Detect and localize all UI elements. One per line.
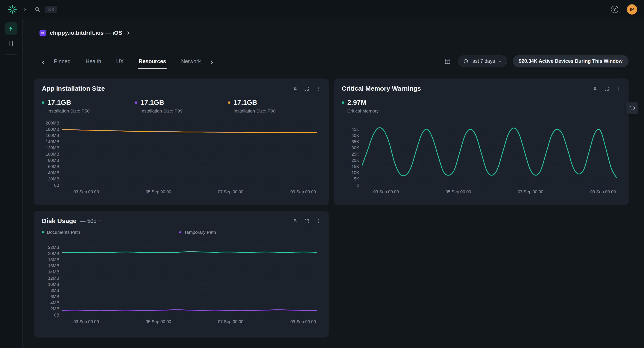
tabs-scroll-left-button[interactable] bbox=[41, 60, 45, 69]
svg-text:140MB: 140MB bbox=[46, 139, 59, 144]
bitdrift-logo[interactable] bbox=[7, 4, 18, 15]
svg-text:0: 0 bbox=[357, 183, 359, 187]
pin-button[interactable] bbox=[292, 86, 298, 91]
percentile-selector-label: — 50p bbox=[80, 218, 96, 224]
avatar[interactable]: IP bbox=[627, 4, 637, 14]
legend-label: Installation Size: P90 bbox=[234, 108, 276, 114]
expand-button[interactable] bbox=[604, 86, 609, 91]
svg-text:60MB: 60MB bbox=[48, 164, 59, 169]
tabs-row: Pinned Health UX Resources Network bbox=[41, 55, 628, 69]
pin-icon bbox=[292, 219, 298, 224]
sidebar-item-devices[interactable] bbox=[5, 37, 18, 50]
pin-button[interactable] bbox=[592, 86, 598, 91]
card-actions bbox=[592, 86, 621, 91]
topbar: ⌘K ? IP bbox=[0, 0, 644, 19]
svg-text:6MB: 6MB bbox=[50, 294, 59, 299]
help-button[interactable]: ? bbox=[611, 6, 618, 13]
tab-ux[interactable]: UX bbox=[116, 58, 124, 69]
svg-text:22MB: 22MB bbox=[48, 245, 59, 250]
percentile-selector[interactable]: — 50p bbox=[80, 218, 102, 224]
kebab-menu-icon bbox=[316, 219, 321, 224]
legend-value: 17.1GB bbox=[234, 99, 276, 107]
kebab-menu-icon bbox=[616, 86, 621, 91]
svg-text:05 Sep 00:00: 05 Sep 00:00 bbox=[446, 189, 471, 194]
sidebar bbox=[0, 19, 22, 348]
speech-bubble-icon bbox=[629, 105, 636, 112]
chevron-right-icon bbox=[23, 7, 27, 11]
kebab-menu-button[interactable] bbox=[316, 219, 321, 224]
tab-pinned[interactable]: Pinned bbox=[54, 58, 71, 69]
svg-text:25K: 25K bbox=[352, 152, 359, 157]
breadcrumb-app-label: chippy.io.bitdrift.ios — iOS bbox=[50, 29, 122, 36]
kebab-menu-icon bbox=[316, 86, 321, 91]
legend-label: Installation Size: P99 bbox=[140, 108, 182, 114]
svg-text:160MB: 160MB bbox=[46, 133, 59, 138]
line-chart-disk-usage[interactable]: 22MB20MB18MB16MB14MB12MB10MB8MB6MB4MB2MB… bbox=[42, 241, 321, 325]
app-icon bbox=[40, 30, 46, 36]
card-header: App Installation Size bbox=[42, 85, 321, 92]
breadcrumb[interactable]: chippy.io.bitdrift.ios — iOS bbox=[40, 29, 644, 36]
sidebar-expand-chevron[interactable] bbox=[23, 7, 27, 11]
svg-text:80MB: 80MB bbox=[48, 158, 59, 163]
feedback-chat-button[interactable] bbox=[626, 102, 638, 114]
tab-network[interactable]: Network bbox=[181, 58, 201, 69]
card-disk-usage: Disk Usage — 50p bbox=[34, 211, 329, 338]
cards-grid: App Installation Size bbox=[34, 78, 644, 338]
card-actions bbox=[292, 219, 321, 224]
legend-item: Documents Path bbox=[42, 230, 179, 235]
search-input[interactable]: ⌘K bbox=[34, 6, 57, 13]
pin-button[interactable] bbox=[292, 219, 298, 224]
svg-text:20MB: 20MB bbox=[48, 176, 59, 181]
active-devices-badge: 920.34K Active Devices During This Windo… bbox=[513, 55, 628, 67]
bitdrift-logo-icon bbox=[8, 5, 17, 14]
topbar-right: ? IP bbox=[611, 4, 637, 14]
svg-text:30K: 30K bbox=[352, 146, 359, 150]
card-header: Critical Memory Warnings bbox=[342, 85, 621, 92]
svg-text:200MB: 200MB bbox=[46, 121, 59, 125]
legend-label: Critical Memory bbox=[347, 108, 379, 114]
line-chart-app-installation-size[interactable]: 200MB180MB160MB140MB120MB100MB80MB60MB40… bbox=[42, 120, 321, 195]
svg-text:0B: 0B bbox=[54, 183, 59, 187]
clock-icon bbox=[463, 59, 468, 64]
layout-grid-button[interactable] bbox=[443, 57, 452, 66]
card-app-installation-size: App Installation Size bbox=[34, 78, 329, 205]
svg-text:4MB: 4MB bbox=[50, 300, 59, 305]
legend-item: 17.1GB Installation Size: P90 bbox=[228, 99, 321, 114]
expand-button[interactable] bbox=[304, 219, 309, 224]
legend-dot bbox=[42, 231, 44, 233]
chevron-down-icon bbox=[98, 219, 102, 223]
legend-label: Documents Path bbox=[47, 230, 80, 235]
expand-icon bbox=[604, 86, 609, 91]
kebab-menu-button[interactable] bbox=[616, 86, 621, 91]
legend-value: 2.97M bbox=[347, 99, 379, 107]
svg-text:20K: 20K bbox=[352, 158, 359, 163]
legend-label: Temporary Path bbox=[184, 230, 216, 235]
expand-button[interactable] bbox=[304, 86, 309, 91]
expand-icon bbox=[304, 86, 309, 91]
tab-bar: Pinned Health UX Resources Network bbox=[54, 58, 201, 69]
lightning-bolt-icon bbox=[8, 25, 14, 32]
time-range-selector[interactable]: last 7 days bbox=[458, 55, 507, 67]
sidebar-item-dashboards[interactable] bbox=[5, 22, 18, 35]
tab-resources[interactable]: Resources bbox=[138, 58, 166, 69]
kebab-menu-button[interactable] bbox=[316, 86, 321, 91]
tab-health[interactable]: Health bbox=[85, 58, 102, 69]
svg-text:20MB: 20MB bbox=[48, 251, 59, 256]
tabs-scroll-right-button[interactable] bbox=[210, 60, 214, 69]
card-critical-memory-warnings: Critical Memory Warnings bbox=[334, 78, 628, 205]
legend-value: 17.1GB bbox=[48, 99, 90, 107]
avatar-initials: IP bbox=[630, 7, 634, 12]
legend-dot bbox=[179, 231, 182, 233]
breadcrumb-chevron-icon bbox=[126, 31, 130, 35]
svg-text:0B: 0B bbox=[54, 313, 59, 317]
pin-icon bbox=[592, 86, 598, 91]
svg-text:10MB: 10MB bbox=[48, 282, 59, 287]
svg-text:07 Sep 00:00: 07 Sep 00:00 bbox=[518, 189, 543, 194]
svg-text:09 Sep 00:00: 09 Sep 00:00 bbox=[290, 319, 316, 324]
search-shortcut: ⌘K bbox=[45, 6, 57, 13]
svg-text:18MB: 18MB bbox=[48, 257, 59, 262]
svg-text:5K: 5K bbox=[354, 176, 359, 181]
svg-text:14MB: 14MB bbox=[48, 270, 59, 274]
line-chart-critical-memory-warnings[interactable]: 45K40K35K30K25K20K15K10K5K003 Sep 00:000… bbox=[342, 120, 621, 195]
legend-value: 17.1GB bbox=[140, 99, 182, 107]
